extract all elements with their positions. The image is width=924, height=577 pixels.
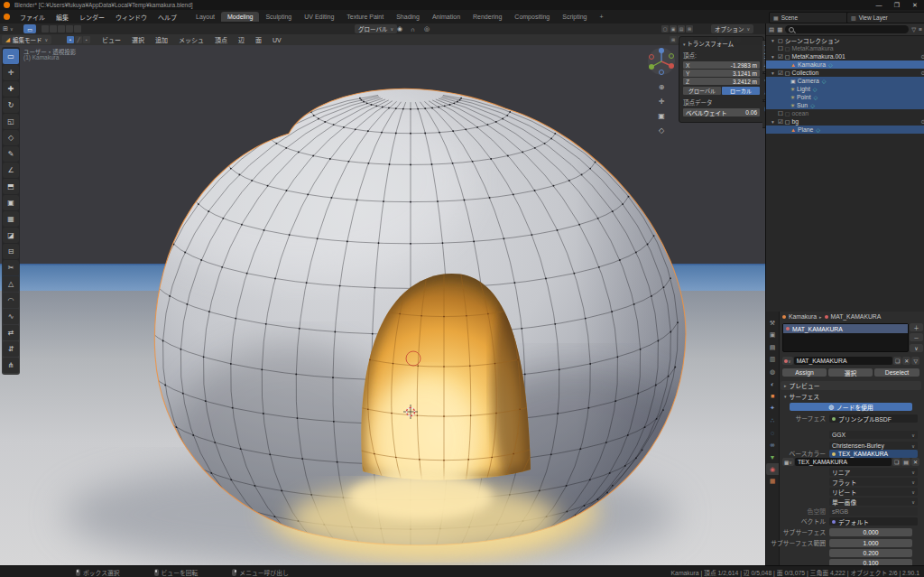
assign-button[interactable]: Assign <box>782 368 827 377</box>
spin-tool[interactable]: ◠ <box>3 293 19 308</box>
filter-icon[interactable]: ▽ <box>911 26 916 33</box>
breadcrumb-material[interactable]: MAT_KAMAKURA <box>831 313 882 320</box>
expand-icon[interactable]: ▾ <box>772 54 778 60</box>
menu-ファイル[interactable]: ファイル <box>14 11 51 23</box>
loop-cut-tool[interactable]: ⊟ <box>3 244 19 259</box>
annotate-tool[interactable]: ✎ <box>3 146 19 162</box>
proportional-editing-icon[interactable]: ◎ <box>424 24 430 33</box>
viewport-menu-メッシュ[interactable]: メッシュ <box>174 33 208 46</box>
viewport-menu-ビュー[interactable]: ビュー <box>97 33 125 46</box>
eye-icon[interactable]: ⊙ <box>921 53 924 60</box>
workspace-tab-texture-paint[interactable]: Texture Paint <box>340 12 390 22</box>
smooth-tool[interactable]: ∿ <box>3 309 19 324</box>
interpolation-dropdown[interactable]: リニア ∨ <box>829 468 918 476</box>
snap-magnet-icon[interactable]: ∩ <box>411 24 415 33</box>
fake-user-button[interactable]: ❏ <box>893 357 901 365</box>
edge-slide-tool[interactable]: ⇄ <box>3 325 19 340</box>
camera-view-icon[interactable]: ▣ <box>655 112 668 120</box>
browse-material-button[interactable]: ∨ <box>782 357 793 365</box>
workspace-tab-scripting[interactable]: Scripting <box>556 12 593 22</box>
workspace-tab-sculpting[interactable]: Sculpting <box>259 12 298 22</box>
transform-tool[interactable]: ◇ <box>3 130 19 145</box>
editor-type-button[interactable]: ⊞ ∨ <box>3 24 14 33</box>
scene-tab[interactable]: ◍ <box>766 366 779 377</box>
tool-toggle-icon[interactable] <box>66 25 73 33</box>
add-cube-tool[interactable]: ⬒ <box>3 179 19 194</box>
viewport-menu-面[interactable]: 面 <box>251 33 266 46</box>
outliner-row-Point[interactable]: ✳Point◇⊙ <box>766 93 924 101</box>
viewport-menu-UV[interactable]: UV <box>268 35 286 45</box>
active-tool-button[interactable]: ▭ <box>23 24 36 33</box>
snap-extra-icon-3[interactable]: ⊞ <box>686 25 693 33</box>
object-data-tab[interactable]: ▼ <box>766 451 779 463</box>
outliner-row-Plane[interactable]: ▲Plane◇⊙ <box>766 126 924 134</box>
snap-extra-icon-1[interactable]: ▣ <box>670 25 677 33</box>
material-slot-list[interactable]: MAT_KAMAKURA <box>782 323 909 352</box>
workspace-tab-uv-editing[interactable]: UV Editing <box>298 12 340 22</box>
select-button[interactable]: 選択 <box>828 368 873 377</box>
pivot-point-icon[interactable]: ◉ <box>397 24 402 33</box>
extension-dropdown[interactable]: リピート ∨ <box>829 488 918 496</box>
outliner-row-MetaKamakura.001[interactable]: ▾☑▢MetaKamakura.001⊙ <box>766 52 924 60</box>
menu-ヘルプ[interactable]: ヘルプ <box>152 11 182 23</box>
menu-編集[interactable]: 編集 <box>51 11 74 23</box>
material-filter-icon[interactable]: ▽ <box>911 357 919 365</box>
collection-checkbox[interactable]: ☐ <box>778 45 783 52</box>
projection-dropdown[interactable]: フラット ∨ <box>829 478 918 486</box>
subsurface-slider[interactable]: 0.000 <box>829 528 912 536</box>
expand-icon[interactable]: ▾ <box>772 38 778 43</box>
world-tab[interactable]: ◐ <box>766 378 779 390</box>
close-button[interactable]: ✕ <box>906 0 924 10</box>
workspace-tab-shading[interactable]: Shading <box>390 12 426 22</box>
face-select-icon[interactable]: ▪ <box>83 36 90 43</box>
viewport-menu-頂点[interactable]: 頂点 <box>210 33 232 46</box>
surface-shader-field[interactable]: プリンシプルBSDF <box>829 414 918 423</box>
unlink-material-button[interactable]: ✕ <box>902 357 910 365</box>
deselect-button[interactable]: Deselect <box>874 368 919 377</box>
collection-checkbox[interactable]: ☑ <box>778 53 783 60</box>
preview-section-header[interactable]: ▸ プレビュー <box>781 381 921 390</box>
outliner-row-Sun[interactable]: ✳Sun◇⊙ <box>766 101 924 109</box>
base-color-field[interactable]: TEX_KAMAKURA <box>829 450 918 458</box>
transform-orientation-dropdown[interactable]: グローバル ∨ <box>355 24 397 33</box>
overlay-icon-0[interactable]: ⊞ <box>670 36 677 43</box>
render-tab[interactable]: ▣ <box>766 330 779 341</box>
orientation-ローカル[interactable]: ローカル <box>722 87 760 95</box>
navigation-gizmo[interactable] <box>648 48 675 75</box>
workspace-tab-+[interactable]: + <box>594 12 610 22</box>
measure-tool[interactable]: ∠ <box>3 163 19 178</box>
distribution-dropdown[interactable]: GGX ∨ <box>829 431 918 439</box>
snap-extra-icon-0[interactable]: ▢ <box>661 25 669 33</box>
workspace-tab-layout[interactable]: Layout <box>189 12 221 22</box>
scale-tool[interactable]: ◱ <box>3 114 19 129</box>
workspace-tab-animation[interactable]: Animation <box>426 12 467 22</box>
transform-panel-header[interactable]: ▾ トランスフォーム <box>679 37 763 50</box>
viewport-menu-選択[interactable]: 選択 <box>127 33 149 46</box>
workspace-tab-rendering[interactable]: Rendering <box>467 12 508 22</box>
tool-toggle-icon[interactable] <box>58 25 65 33</box>
expand-icon[interactable]: ▾ <box>772 70 778 76</box>
outliner-search-input[interactable] <box>785 25 909 33</box>
maximize-button[interactable]: ❐ <box>888 0 906 10</box>
viewport-menu-辺[interactable]: 辺 <box>234 33 249 46</box>
expand-icon[interactable]: ▾ <box>772 119 778 125</box>
move-tool[interactable]: ✚ <box>3 81 19 97</box>
constraints-tab[interactable]: ∞ <box>766 439 779 451</box>
add-slot-button[interactable]: ＋ <box>910 323 923 331</box>
viewport-3d[interactable]: ユーザー・透視投影 (1) Kamakura ⊕✛▣◇ <box>0 45 765 565</box>
tool-toggle-icon[interactable] <box>50 25 57 33</box>
rip-region-tool[interactable]: ⋔ <box>3 358 19 373</box>
rotate-tool[interactable]: ↻ <box>3 98 19 113</box>
surface-section-header[interactable]: ▾ サーフェス <box>781 392 921 401</box>
options-dropdown[interactable]: オプション ∨ <box>711 24 753 33</box>
outliner-row-MetaKamakura[interactable]: ☐▢MetaKamakura <box>766 44 924 52</box>
select-box-tool[interactable]: ▭ <box>3 49 19 64</box>
subsurface-radius-field-0[interactable]: 1.000 <box>829 539 912 547</box>
open-image-button[interactable]: ▤ <box>901 458 910 466</box>
eye-icon[interactable]: ⊙ <box>921 118 924 126</box>
bevel-tool[interactable]: ◪ <box>3 228 19 243</box>
outliner-row-ocean[interactable]: ☐▢ocean <box>766 109 924 117</box>
physics-tab[interactable]: ◌ <box>766 427 779 439</box>
source-dropdown[interactable]: 単一画像 ∨ <box>829 498 918 506</box>
particles-tab[interactable]: ∴ <box>766 414 779 426</box>
